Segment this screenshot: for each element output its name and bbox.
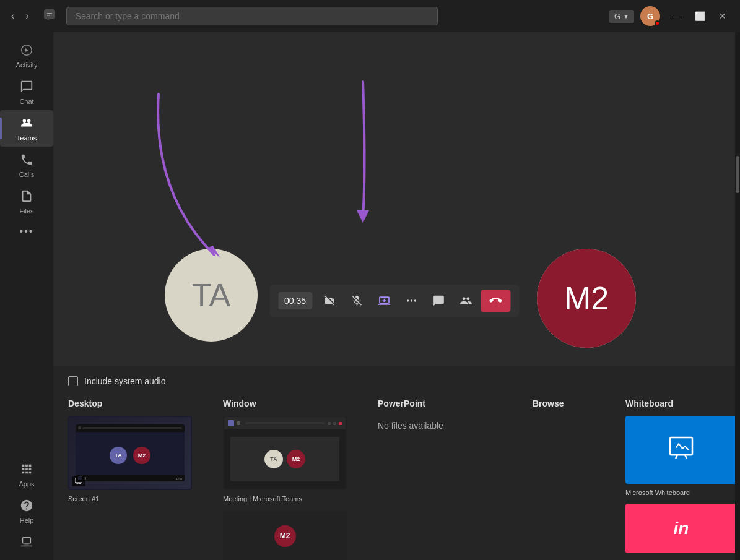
chat-icon	[20, 80, 33, 95]
include-audio-checkbox[interactable]	[68, 376, 78, 386]
whiteboard-label: Microsoft Whiteboard	[625, 489, 735, 496]
svg-rect-2	[23, 538, 31, 543]
sidebar-item-calls[interactable]: Calls	[0, 147, 53, 183]
apps-icon	[20, 462, 33, 478]
presence-dot	[655, 20, 660, 26]
video-toggle-button[interactable]	[317, 290, 342, 312]
search-input[interactable]	[66, 7, 438, 25]
sidebar-item-files[interactable]: Files	[0, 183, 53, 220]
window-thumb-content: TA M2	[224, 429, 346, 489]
svg-point-7	[414, 299, 416, 301]
arrow-annotation-2	[326, 69, 400, 233]
tenant-label: G	[614, 12, 620, 21]
user-avatar[interactable]: G	[640, 6, 660, 26]
sidebar-item-chat[interactable]: Chat	[0, 74, 53, 110]
svg-rect-8	[75, 478, 82, 483]
content-area: TA M2	[53, 32, 735, 560]
sidebar-label-help: Help	[20, 517, 34, 524]
desktop-thumbnail[interactable]: TA M2 12:00	[68, 416, 192, 490]
sidebar: Activity Chat Teams	[0, 32, 53, 560]
calls-icon	[20, 153, 33, 168]
nav-forward-button[interactable]: ›	[22, 8, 32, 24]
sidebar-item-activity[interactable]: Activity	[0, 37, 53, 74]
whiteboard-icon	[666, 433, 696, 468]
desktop-title: Desktop	[68, 398, 204, 408]
sidebar-label-chat: Chat	[19, 98, 33, 105]
help-icon	[20, 499, 33, 514]
browse-button[interactable]: Browse	[533, 398, 607, 408]
svg-point-1	[27, 119, 30, 123]
teams-icon	[20, 116, 33, 132]
minimize-button[interactable]: —	[666, 9, 687, 24]
svg-marker-4	[357, 210, 369, 223]
m2-badge: M2	[537, 249, 636, 348]
window-thumb-label: Meeting | Microsoft Teams	[223, 495, 359, 502]
whiteboard-title: Whiteboard	[625, 398, 735, 408]
title-right: G ▼ G — ⬜ ✕	[609, 6, 733, 26]
participant-m2: M2	[537, 249, 636, 348]
main-layout: Activity Chat Teams	[0, 32, 740, 560]
files-icon	[20, 189, 33, 205]
participant-ta: TA	[165, 249, 258, 342]
sidebar-bottom: Apps Help	[0, 456, 53, 555]
sidebar-item-more[interactable]: •••	[0, 220, 53, 242]
whiteboard-card[interactable]	[625, 416, 735, 484]
activity-icon	[20, 43, 33, 59]
compose-button[interactable]	[39, 7, 60, 25]
title-bar: ‹ › G ▼ G — ⬜ ✕	[0, 0, 740, 32]
tenant-badge[interactable]: G ▼	[609, 10, 634, 23]
include-audio-label: Include system audio	[84, 376, 166, 386]
include-audio-row: Include system audio	[68, 376, 720, 386]
share-grid: Desktop TA M2	[68, 398, 720, 560]
sidebar-label-calls: Calls	[19, 171, 34, 178]
call-controls: 00:35	[269, 285, 519, 317]
sidebar-label-activity: Activity	[16, 61, 38, 69]
arrow-annotation-1	[140, 82, 239, 270]
window-section: Window	[223, 398, 359, 560]
device-icon	[20, 535, 33, 550]
maximize-button[interactable]: ⬜	[689, 9, 712, 24]
window-thumbnail[interactable]: TA M2	[223, 416, 347, 490]
window-title: Window	[223, 398, 359, 408]
share-screen-button[interactable]	[372, 290, 396, 312]
share-panel: Include system audio Desktop	[53, 366, 735, 560]
more-options-button[interactable]	[399, 290, 424, 312]
invision-label: in	[674, 519, 689, 538]
window-controls: — ⬜ ✕	[666, 9, 733, 24]
close-button[interactable]: ✕	[713, 9, 733, 24]
powerpoint-section: PowerPoint No files available	[378, 398, 514, 560]
mini-participant-ta: TA	[110, 447, 127, 464]
mute-button[interactable]	[344, 290, 369, 312]
participants-button[interactable]	[453, 290, 478, 312]
more-icon: •••	[20, 226, 34, 237]
svg-point-5	[407, 299, 409, 301]
nav-arrows: ‹ ›	[7, 8, 33, 24]
sidebar-label-files: Files	[19, 207, 33, 215]
sidebar-item-apps[interactable]: Apps	[0, 456, 53, 493]
whiteboard-section: Whiteboard Microsoft Whiteb	[625, 398, 735, 560]
sidebar-label-apps: Apps	[19, 480, 34, 488]
window-thumb-header	[224, 417, 346, 429]
svg-point-0	[23, 119, 27, 123]
sidebar-item-help[interactable]: Help	[0, 493, 53, 529]
nav-back-button[interactable]: ‹	[7, 8, 18, 24]
end-call-button[interactable]	[481, 290, 510, 312]
sidebar-label-teams: Teams	[17, 134, 37, 142]
video-area: TA M2	[53, 32, 735, 366]
chat-button[interactable]	[426, 290, 451, 312]
sidebar-item-device[interactable]	[0, 529, 53, 555]
call-timer: 00:35	[278, 292, 312, 309]
scrollbar-thumb	[736, 156, 739, 193]
sidebar-item-teams[interactable]: Teams	[0, 110, 53, 147]
no-files-text: No files available	[378, 416, 514, 431]
right-scrollbar[interactable]	[735, 32, 740, 560]
svg-point-6	[410, 299, 412, 301]
mini-participant-m2: M2	[133, 447, 150, 464]
powerpoint-title: PowerPoint	[378, 398, 514, 408]
desktop-thumb-label: Screen #1	[68, 495, 204, 502]
window-thumbnail-2[interactable]: M2	[223, 511, 347, 560]
desktop-section: Desktop TA M2	[68, 398, 204, 560]
screen-icon	[72, 476, 85, 486]
invision-card[interactable]: in	[625, 504, 735, 553]
browse-section: Browse	[533, 398, 607, 560]
